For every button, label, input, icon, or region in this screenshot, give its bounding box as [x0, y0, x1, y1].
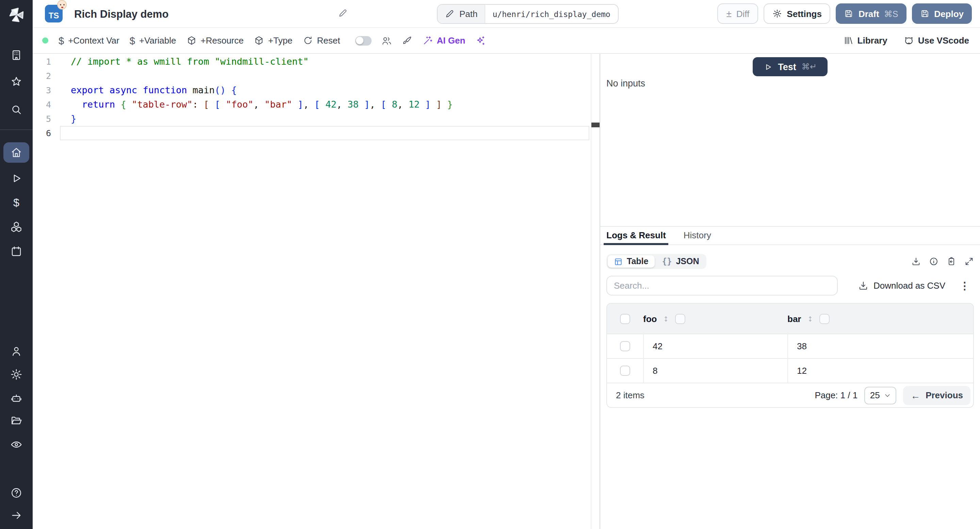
row-checkbox-cell [607, 359, 643, 382]
audit-eye-icon[interactable] [0, 435, 33, 454]
table-row[interactable]: 812 [607, 358, 973, 382]
header-actions: ± Diff Settings Draft ⌘S Deploy [717, 3, 980, 24]
add-type-button[interactable]: +Type [254, 35, 293, 46]
column-options-button[interactable] [675, 314, 685, 324]
code-line[interactable]: 3export async function main() { [33, 83, 591, 97]
variables-icon[interactable]: $ [0, 193, 33, 212]
collaborators-icon[interactable] [381, 35, 392, 46]
previous-page-button[interactable]: ← Previous [903, 386, 970, 405]
tab-logs-result[interactable]: Logs & Result [606, 230, 666, 244]
help-icon[interactable] [0, 483, 33, 502]
download-result-icon[interactable] [911, 257, 921, 266]
code-line[interactable]: 4 return { "table-row": [ [ "foo", "bar"… [33, 97, 591, 112]
copy-to-clipboard-icon[interactable] [947, 257, 956, 266]
draft-button[interactable]: Draft ⌘S [836, 3, 906, 24]
table-options-kebab-icon[interactable]: ⋮ [959, 279, 970, 292]
table-cell: 8 [643, 359, 788, 382]
workers-robot-icon[interactable] [0, 389, 33, 408]
page-indicator: Page: 1 / 1 [815, 390, 858, 400]
code-line-content[interactable]: // import * as wmill from "windmill-clie… [60, 54, 589, 69]
view-json-button[interactable]: {} JSON [656, 255, 705, 268]
home-icon[interactable] [0, 143, 33, 162]
column-label: foo [643, 314, 657, 324]
path-value[interactable]: u/henri/rich_display_demo [485, 5, 618, 23]
result-view-bar: Table {} JSON [606, 254, 974, 269]
settings-button[interactable]: Settings [764, 3, 830, 24]
select-all-cell [607, 314, 643, 324]
download-csv-label: Download as CSV [873, 280, 945, 291]
code-line[interactable]: 5} [33, 112, 591, 126]
sidebar-divider [0, 129, 33, 130]
user-icon[interactable] [0, 342, 33, 361]
add-context-var-button[interactable]: $ +Context Var [59, 35, 119, 46]
code-line-content[interactable]: } [60, 112, 589, 126]
sort-icon[interactable] [662, 314, 670, 323]
tab-history[interactable]: History [684, 230, 711, 244]
search-icon[interactable] [0, 100, 33, 119]
table-row[interactable]: 4238 [607, 334, 973, 358]
reset-button[interactable]: Reset [303, 35, 340, 46]
magic-wand-icon [423, 35, 433, 46]
library-button[interactable]: Library [843, 35, 888, 46]
run-input-pane: Test ⌘↵ No inputs [600, 54, 980, 226]
code-line[interactable]: 1// import * as wmill from "windmill-cli… [33, 54, 591, 69]
resources-icon[interactable] [0, 217, 33, 236]
diff-button[interactable]: ± Diff [717, 3, 758, 24]
deploy-button[interactable]: Deploy [912, 3, 972, 24]
select-all-checkbox[interactable] [620, 314, 630, 324]
expand-fullscreen-icon[interactable] [964, 257, 974, 266]
row-checkbox[interactable] [620, 341, 630, 351]
editor-toolbar: $ +Context Var $ +Variable +Resource +Ty… [33, 28, 980, 54]
download-csv-button[interactable]: Download as CSV [858, 280, 945, 291]
windmill-logo[interactable] [0, 5, 33, 24]
play-icon [764, 62, 772, 71]
code-line[interactable]: 2 [33, 69, 591, 83]
add-resource-button[interactable]: +Resource [186, 35, 243, 46]
code-line-content[interactable] [60, 126, 589, 140]
path-chip[interactable]: Path u/henri/rich_display_demo [437, 4, 619, 24]
runs-play-icon[interactable] [0, 169, 33, 188]
use-vscode-button[interactable]: Use VScode [904, 35, 969, 46]
download-icon [858, 280, 868, 291]
info-icon[interactable] [929, 257, 939, 266]
code-line-content[interactable] [60, 69, 589, 83]
code-editor[interactable]: 1// import * as wmill from "windmill-cli… [33, 54, 591, 529]
column-options-button[interactable] [819, 314, 830, 324]
package-icon [254, 35, 264, 46]
dollar-icon: $ [130, 35, 135, 46]
code-line-content[interactable]: export async function main() { [60, 83, 589, 97]
view-table-button[interactable]: Table [608, 255, 654, 268]
workspace-icon[interactable] [0, 46, 33, 65]
search-input[interactable] [606, 276, 838, 295]
schedules-calendar-icon[interactable] [0, 242, 33, 261]
settings-gear-icon[interactable] [0, 365, 33, 384]
multiplayer-toggle[interactable] [355, 36, 372, 45]
package-icon [186, 35, 197, 46]
expand-sidebar-arrow-icon[interactable] [0, 506, 33, 525]
test-label: Test [778, 62, 796, 72]
view-json-label: JSON [676, 257, 699, 266]
result-table: foo bar [606, 303, 974, 408]
folders-icon[interactable] [0, 411, 33, 430]
path-edit-button[interactable]: Path [438, 5, 485, 23]
edit-summary-pencil-icon[interactable] [337, 8, 348, 18]
draft-shortcut: ⌘S [884, 8, 898, 19]
code-line-content[interactable]: return { "table-row": [ [ "foo", "bar" ]… [60, 97, 589, 112]
table-header: foo bar [607, 304, 973, 334]
add-variable-label: +Variable [139, 35, 176, 46]
add-variable-button[interactable]: $ +Variable [130, 35, 176, 46]
format-brush-icon[interactable] [401, 35, 412, 46]
typescript-badge: TS [45, 5, 63, 22]
favorites-star-icon[interactable] [0, 72, 33, 91]
test-button[interactable]: Test ⌘↵ [753, 57, 827, 76]
path-label: Path [460, 9, 478, 19]
result-tabs: Logs & Result History [600, 227, 980, 245]
table-cell: 12 [788, 359, 973, 382]
ai-gen-button[interactable]: AI Gen [423, 35, 466, 46]
table-search-row: Download as CSV ⋮ [606, 276, 974, 295]
row-checkbox[interactable] [620, 366, 630, 376]
code-line[interactable]: 6 [33, 126, 591, 140]
page-size-select[interactable]: 25 [864, 386, 896, 404]
sparkles-icon[interactable] [475, 35, 485, 46]
sort-icon[interactable] [807, 314, 814, 323]
